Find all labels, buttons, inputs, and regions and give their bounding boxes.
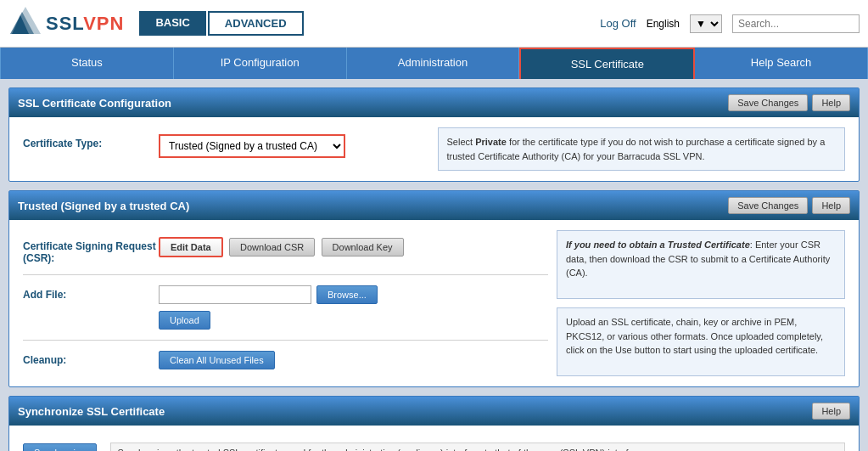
language-select[interactable]: ▼ [690,14,722,33]
edit-data-button[interactable]: Edit Data [159,237,223,257]
browse-button[interactable]: Browse... [316,285,378,304]
logo-shark-icon [8,5,42,42]
sync-help-button[interactable]: Help [812,403,850,420]
add-file-row: Add File: Browse... Upload [23,279,548,336]
ssl-config-panel: SSL Certificate Configuration Save Chang… [8,87,860,182]
cleanup-control: Clean All Unused Files [159,351,548,369]
ssl-config-header-buttons: Save Changes Help [728,94,850,111]
cert-type-select[interactable]: Trusted (Signed by a trusted CA) Private… [159,134,345,158]
cert-type-control: Trusted (Signed by a trusted CA) Private… [159,134,412,158]
nav-status[interactable]: Status [0,48,174,79]
ssl-config-save-button[interactable]: Save Changes [728,94,808,111]
cert-type-label: Certificate Type: [23,134,159,149]
top-right-area: Log Off English ▼ [600,14,860,33]
trusted-header: Trusted (Signed by a trusted CA) Save Ch… [9,191,859,220]
nav-help-search[interactable]: Help Search [695,48,868,79]
ssl-config-left: Certificate Type: Trusted (Signed by a t… [23,127,412,171]
info-private-bold: Private [475,137,507,147]
nav-ip-configuration[interactable]: IP Configuration [174,48,347,79]
csr-label: Certificate Signing Request (CSR): [23,237,159,264]
top-nav-tabs: BASIC ADVANCED [139,11,303,36]
sync-description: Synchronizes the trusted SSL certificate… [110,443,845,451]
clean-all-button[interactable]: Clean All Unused Files [159,351,275,369]
add-file-label: Add File: [23,285,159,301]
trusted-header-buttons: Save Changes Help [728,197,850,214]
english-label: English [647,18,680,30]
trusted-content: Certificate Signing Request (CSR): Edit … [23,230,845,376]
add-file-info-text: Upload an SSL certificate, chain, key or… [566,317,823,355]
csr-info-bold: If you need to obtain a Trusted Certific… [566,240,750,250]
file-input-area: Browse... [159,285,548,304]
sync-header-buttons: Help [812,403,850,420]
header: SSLVPN BASIC ADVANCED Log Off English ▼ [0,0,868,48]
sync-row: Synchronize Synchronizes the trusted SSL… [23,436,845,451]
trusted-left: Certificate Signing Request (CSR): Edit … [23,230,548,376]
log-off-link[interactable]: Log Off [600,17,636,30]
ssl-config-info: Select Private for the certificate type … [438,127,846,171]
cleanup-label: Cleanup: [23,351,159,366]
sync-body: Synchronize Synchronizes the trusted SSL… [9,426,859,451]
add-file-control: Browse... Upload [159,285,548,330]
download-csr-button[interactable]: Download CSR [229,238,315,257]
csr-buttons: Edit Data Download CSR Download Key [159,237,548,257]
trusted-help-button[interactable]: Help [812,197,850,214]
content-area: SSL Certificate Configuration Save Chang… [0,79,868,451]
nav-administration[interactable]: Administration [347,48,520,79]
trusted-panel: Trusted (Signed by a trusted CA) Save Ch… [8,190,860,387]
nav-tab-basic[interactable]: BASIC [139,11,205,36]
synchronize-button[interactable]: Synchronize [23,443,97,451]
trusted-save-button[interactable]: Save Changes [728,197,808,214]
trusted-body: Certificate Signing Request (CSR): Edit … [9,220,859,386]
trusted-title: Trusted (Signed by a trusted CA) [18,200,189,212]
sync-title: Synchronize SSL Certificate [18,405,165,418]
csr-row: Certificate Signing Request (CSR): Edit … [23,230,548,271]
sync-header: Synchronize SSL Certificate Help [9,397,859,426]
nav-ssl-certificate[interactable]: SSL Certificate [519,48,695,79]
ssl-config-header: SSL Certificate Configuration Save Chang… [9,88,859,117]
download-key-button[interactable]: Download Key [322,238,404,257]
ssl-config-help-button[interactable]: Help [812,94,850,111]
add-file-info-box: Upload an SSL certificate, chain, key or… [557,307,845,376]
logo-area: SSLVPN BASIC ADVANCED [8,5,304,42]
search-input[interactable] [732,14,860,33]
trusted-right: If you need to obtain a Trusted Certific… [557,230,845,376]
upload-button[interactable]: Upload [159,311,210,330]
ssl-config-body: Certificate Type: Trusted (Signed by a t… [9,117,859,181]
logo-text: SSLVPN [46,13,124,35]
main-nav: Status IP Configuration Administration S… [0,48,868,79]
ssl-config-title: SSL Certificate Configuration [18,97,171,110]
sync-panel: Synchronize SSL Certificate Help Synchro… [8,396,860,451]
nav-tab-advanced[interactable]: ADVANCED [208,11,304,36]
file-text-input[interactable] [159,285,311,304]
cleanup-row: Cleanup: Clean All Unused Files [23,344,548,376]
csr-info-box: If you need to obtain a Trusted Certific… [557,230,845,299]
cert-type-row: Certificate Type: Trusted (Signed by a t… [23,127,412,165]
ssl-config-row: Certificate Type: Trusted (Signed by a t… [23,127,845,171]
